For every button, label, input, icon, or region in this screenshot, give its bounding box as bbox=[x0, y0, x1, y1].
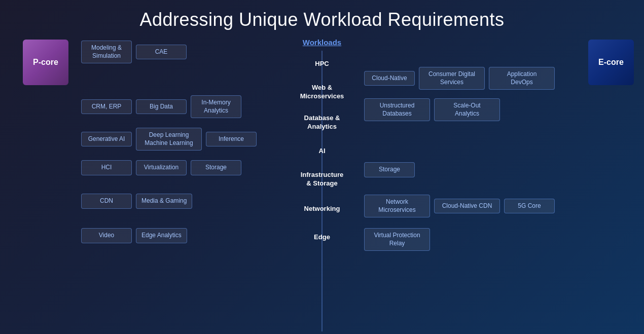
chip-virtual-protection-relay: Virtual ProtectionRelay bbox=[364, 228, 430, 251]
label-db: Database &Analytics bbox=[284, 107, 360, 138]
right-row-web: Cloud-Native Consumer DigitalServices Ap… bbox=[364, 67, 555, 90]
chip-scale-out-analytics: Scale-OutAnalytics bbox=[434, 98, 500, 121]
right-row-edge: Virtual ProtectionRelay bbox=[364, 228, 430, 251]
page-title: Addressing Unique Workload Requirements bbox=[0, 0, 644, 35]
chip-deep-learning: Deep LearningMachine Learning bbox=[136, 128, 202, 151]
left-workload-area: Modeling &Simulation CAE CRM, ERP Big Da… bbox=[81, 35, 279, 331]
chip-cdn: CDN bbox=[81, 194, 132, 209]
chip-in-memory-analytics: In-MemoryAnalytics bbox=[191, 95, 241, 118]
label-infra: Infrastructure& Storage bbox=[284, 164, 360, 195]
chip-video: Video bbox=[81, 228, 132, 243]
chip-network-microservices: NetworkMicroservices bbox=[364, 195, 430, 217]
right-workload-area: Cloud-Native Consumer DigitalServices Ap… bbox=[364, 35, 597, 331]
left-row-infra: HCI Virtualization Storage bbox=[81, 160, 241, 175]
chip-crm-erp: CRM, ERP bbox=[81, 99, 132, 115]
label-net: Networking bbox=[284, 195, 360, 223]
chip-5g-core: 5G Core bbox=[504, 199, 555, 214]
chip-big-data: Big Data bbox=[136, 99, 187, 115]
left-row-net: CDN Media & Gaming bbox=[81, 194, 192, 209]
chip-storage-left: Storage bbox=[191, 160, 241, 175]
chip-virtualization: Virtualization bbox=[136, 160, 187, 175]
label-web: Web &Microservices bbox=[284, 77, 360, 107]
chip-edge-analytics: Edge Analytics bbox=[136, 228, 187, 243]
right-row-net: NetworkMicroservices Cloud-Native CDN 5G… bbox=[364, 195, 555, 217]
chip-unstructured-databases: UnstructuredDatabases bbox=[364, 98, 430, 121]
left-section: P-core Modeling &Simulation CAE CRM, ERP… bbox=[0, 35, 284, 331]
left-row-db: CRM, ERP Big Data In-MemoryAnalytics bbox=[81, 95, 241, 118]
label-edge: Edge bbox=[284, 223, 360, 251]
chip-inference: Inference bbox=[206, 132, 257, 147]
right-row-infra: Storage bbox=[364, 162, 415, 177]
right-row-db: UnstructuredDatabases Scale-OutAnalytics bbox=[364, 98, 500, 121]
chip-application-devops: ApplicationDevOps bbox=[489, 67, 555, 90]
chip-cloud-native-cdn: Cloud-Native CDN bbox=[434, 199, 500, 214]
chip-cloud-native: Cloud-Native bbox=[364, 71, 415, 86]
chip-modeling-simulation: Modeling &Simulation bbox=[81, 41, 132, 63]
chip-media-gaming: Media & Gaming bbox=[136, 194, 192, 209]
chip-hci: HCI bbox=[81, 160, 132, 175]
chip-consumer-digital-services: Consumer DigitalServices bbox=[419, 67, 485, 90]
label-ai: AI bbox=[284, 138, 360, 164]
workloads-header: Workloads bbox=[303, 38, 341, 47]
left-row-hpc: Modeling &Simulation CAE bbox=[81, 41, 187, 63]
chip-storage-right: Storage bbox=[364, 162, 415, 177]
p-core-box: P-core bbox=[23, 40, 68, 85]
label-hpc: HPC bbox=[284, 51, 360, 77]
left-row-ai: Generative AI Deep LearningMachine Learn… bbox=[81, 128, 257, 151]
right-section: E-core Cloud-Native Consumer DigitalServ… bbox=[360, 35, 644, 331]
chip-generative-ai: Generative AI bbox=[81, 132, 132, 147]
workload-labels: HPC Web &Microservices Database &Analyti… bbox=[284, 51, 360, 251]
left-row-edge: Video Edge Analytics bbox=[81, 228, 187, 243]
center-section: Workloads HPC Web &Microservices Databas… bbox=[284, 35, 360, 331]
chip-cae: CAE bbox=[136, 45, 187, 60]
